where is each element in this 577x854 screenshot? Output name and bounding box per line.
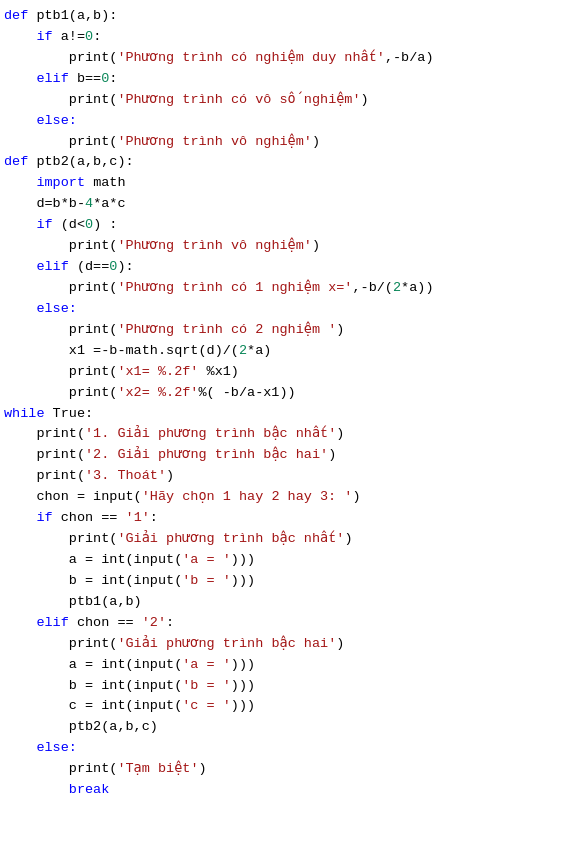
token-str: 'a = ' <box>182 655 231 676</box>
token-var: ,-b/a) <box>385 48 434 69</box>
token-var: ptb1(a,b) <box>4 592 142 613</box>
token-kw: if <box>4 508 61 529</box>
token-var: b== <box>77 69 101 90</box>
token-var: True: <box>53 404 94 425</box>
token-num: 2 <box>239 341 247 362</box>
code-line: import math <box>0 173 577 194</box>
token-var: ))) <box>231 550 255 571</box>
code-line: a = int(input('a = '))) <box>0 550 577 571</box>
code-editor: def ptb1(a,b): if a!=0: print('Phương tr… <box>0 0 577 854</box>
token-str: 'Hãy chọn 1 hay 2 hay 3: ' <box>142 487 353 508</box>
token-var: : <box>93 27 101 48</box>
token-str: 'x2= %.2f' <box>117 383 198 404</box>
token-var: ))) <box>231 655 255 676</box>
token-var: c = int(input( <box>4 696 182 717</box>
token-var: ) <box>361 90 369 111</box>
code-line: print('Tạm biệt') <box>0 759 577 780</box>
token-num: 4 <box>85 194 93 215</box>
code-line: if (d<0) : <box>0 215 577 236</box>
code-line: d=b*b-4*a*c <box>0 194 577 215</box>
token-var: ) <box>336 634 344 655</box>
token-kw: def <box>4 6 36 27</box>
token-str: 'Phương trình vô nghiệm' <box>117 236 312 257</box>
token-var: print( <box>4 90 117 111</box>
code-line: elif (d==0): <box>0 257 577 278</box>
token-kw: else: <box>4 299 77 320</box>
token-var: print( <box>4 48 117 69</box>
token-str: 'Phương trình có nghiệm duy nhất' <box>117 48 384 69</box>
token-str: 'Phương trình vô nghiệm' <box>117 132 312 153</box>
code-line: print('1. Giải phương trình bậc nhất') <box>0 424 577 445</box>
code-line: else: <box>0 111 577 132</box>
token-var: ): <box>117 257 133 278</box>
token-str: 'Phương trình có vô số nghiệm' <box>117 90 360 111</box>
code-line: x1 =-b-math.sqrt(d)/(2*a) <box>0 341 577 362</box>
code-line: if a!=0: <box>0 27 577 48</box>
token-var: ) <box>312 132 320 153</box>
token-var: a = int(input( <box>4 550 182 571</box>
code-line: c = int(input('c = '))) <box>0 696 577 717</box>
token-var: ) <box>352 487 360 508</box>
code-line: else: <box>0 299 577 320</box>
token-var: ) <box>336 424 344 445</box>
token-var: ) <box>199 759 207 780</box>
token-var: ))) <box>231 676 255 697</box>
token-var: chon == <box>61 508 126 529</box>
token-var: %( -b/a-x1)) <box>198 383 295 404</box>
token-str: 'a = ' <box>182 550 231 571</box>
token-kw: elif <box>4 257 77 278</box>
token-var: chon = input( <box>4 487 142 508</box>
token-var: print( <box>4 236 117 257</box>
token-var: d=b*b- <box>4 194 85 215</box>
code-line: print('x1= %.2f' %x1) <box>0 362 577 383</box>
token-var: print( <box>4 320 117 341</box>
code-line: print('Phương trình có nghiệm duy nhất',… <box>0 48 577 69</box>
code-line: print('x2= %.2f'%( -b/a-x1)) <box>0 383 577 404</box>
token-str: 'Giải phương trình bậc hai' <box>117 634 336 655</box>
token-kw: import <box>4 173 93 194</box>
code-line: print('Phương trình có 1 nghiệm x=',-b/(… <box>0 278 577 299</box>
token-var: ptb2(a,b,c) <box>4 717 158 738</box>
token-var: ) <box>312 236 320 257</box>
token-var: print( <box>4 529 117 550</box>
token-fn: ptb2(a,b,c): <box>36 152 133 173</box>
code-line: elif chon == '2': <box>0 613 577 634</box>
token-var: ))) <box>231 571 255 592</box>
token-var: *a) <box>247 341 271 362</box>
token-var: print( <box>4 362 117 383</box>
token-str: 'Phương trình có 1 nghiệm x=' <box>117 278 352 299</box>
token-str: '1' <box>126 508 150 529</box>
code-line: ptb1(a,b) <box>0 592 577 613</box>
token-kw: elif <box>4 613 77 634</box>
token-str: '1. Giải phương trình bậc nhất' <box>85 424 336 445</box>
code-line: chon = input('Hãy chọn 1 hay 2 hay 3: ') <box>0 487 577 508</box>
token-var: math <box>93 173 125 194</box>
code-line: print('3. Thoát') <box>0 466 577 487</box>
token-var: print( <box>4 466 85 487</box>
code-line: def ptb2(a,b,c): <box>0 152 577 173</box>
token-kw: break <box>4 780 109 801</box>
token-str: 'b = ' <box>182 571 231 592</box>
token-kw: while <box>4 404 53 425</box>
token-var: print( <box>4 383 117 404</box>
code-line: else: <box>0 738 577 759</box>
token-var: print( <box>4 132 117 153</box>
token-var: ) : <box>93 215 117 236</box>
token-var: %x1) <box>198 362 239 383</box>
token-kw: else: <box>4 738 77 759</box>
code-line: print('Phương trình có vô số nghiệm') <box>0 90 577 111</box>
token-var: ))) <box>231 696 255 717</box>
token-num: 0 <box>85 27 93 48</box>
token-var: *a)) <box>401 278 433 299</box>
token-var: (d< <box>61 215 85 236</box>
token-fn: ptb1(a,b): <box>36 6 117 27</box>
code-line: b = int(input('b = '))) <box>0 571 577 592</box>
token-str: 'x1= %.2f' <box>117 362 198 383</box>
code-line: print('Phương trình vô nghiệm') <box>0 132 577 153</box>
token-var: print( <box>4 278 117 299</box>
token-var: print( <box>4 634 117 655</box>
token-kw: elif <box>4 69 77 90</box>
code-line: b = int(input('b = '))) <box>0 676 577 697</box>
token-num: 0 <box>109 257 117 278</box>
token-var: b = int(input( <box>4 676 182 697</box>
